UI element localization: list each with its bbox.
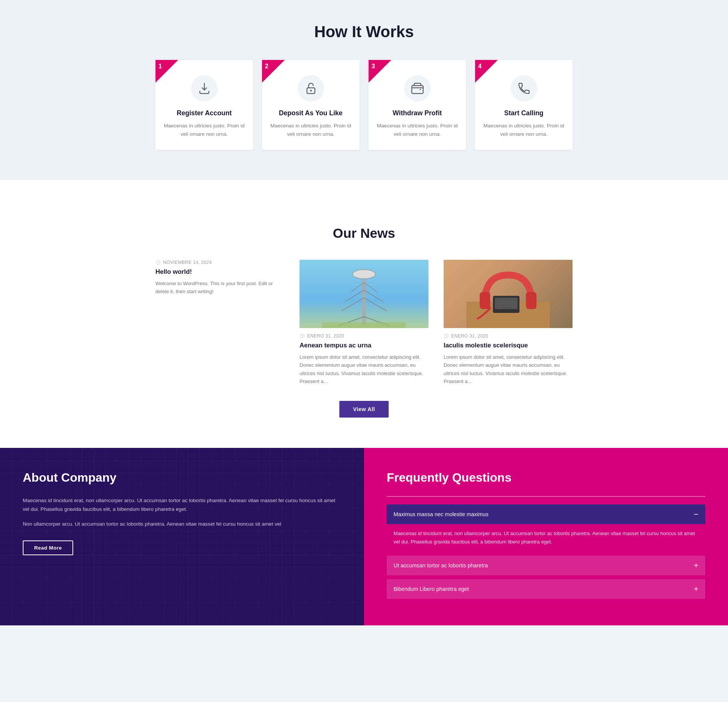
faq-title: Frequently Questions <box>387 471 705 485</box>
svg-line-11 <box>364 283 377 292</box>
about-company-panel: About Company Maecenas id tincidunt erat… <box>0 448 364 625</box>
faq-header-1[interactable]: Maximus massa nec molestie maximus − <box>387 504 705 524</box>
how-it-works-title: How It Works <box>38 23 690 41</box>
svg-rect-17 <box>480 292 490 309</box>
telecom-tower-svg <box>300 260 428 328</box>
read-more-button[interactable]: Read More <box>23 540 73 555</box>
how-it-works-section: How It Works 1 Register Account Maecenas… <box>0 0 728 180</box>
svg-line-10 <box>351 283 364 292</box>
news-date-3: ENERO 31, 2020 <box>444 333 573 339</box>
svg-point-1 <box>310 90 312 92</box>
step-icon-calling <box>511 75 537 102</box>
faq-divider <box>387 496 705 497</box>
clock-icon-1 <box>155 260 161 265</box>
view-all-button[interactable]: View All <box>339 401 389 418</box>
our-news-section: Our News NOVIEMBRE 14, 2024 Hello world!… <box>0 203 728 448</box>
svg-rect-14 <box>322 322 406 328</box>
svg-line-8 <box>341 298 364 311</box>
lock-open-icon <box>304 82 318 95</box>
step-desc-3: Maecenas in ultricies justo. Proin id ve… <box>376 122 458 138</box>
step-title-1: Register Account <box>163 109 245 117</box>
step-icon-deposit <box>298 75 324 102</box>
faq-question-3: Bibendum Libero pharetra eget <box>394 586 469 592</box>
section-divider <box>0 180 728 203</box>
clock-icon-3 <box>444 333 449 339</box>
about-company-title: About Company <box>23 471 341 485</box>
faq-toggle-2: + <box>694 561 698 570</box>
step-card-1: 1 Register Account Maecenas in ultricies… <box>155 60 253 150</box>
step-desc-2: Maecenas in ultricies justo. Proin id ve… <box>270 122 352 138</box>
news-card-2: ENERO 31, 2020 Aenean tempus ac urna Lor… <box>300 260 428 386</box>
news-excerpt-3: Lorem ipsum dolor sit amet, consectetur … <box>444 353 573 386</box>
step-desc-1: Maecenas in ultricies justo. Proin id ve… <box>163 122 245 138</box>
step-title-2: Deposit As You Like <box>270 109 352 117</box>
news-date-2: ENERO 31, 2020 <box>300 333 428 339</box>
faq-header-3[interactable]: Bibendum Libero pharetra eget + <box>387 579 705 599</box>
step-icon-register <box>191 75 218 102</box>
news-card-1: NOVIEMBRE 14, 2024 Hello world! Welcome … <box>155 260 284 386</box>
faq-toggle-1: − <box>694 510 698 519</box>
faq-answer-1: Maecenas id tincidunt erat, non ullamcor… <box>394 529 698 547</box>
faq-item-1: Maximus massa nec molestie maximus − Mae… <box>387 504 705 552</box>
news-image-headset <box>444 260 573 328</box>
bottom-split-section: About Company Maecenas id tincidunt erat… <box>0 448 728 625</box>
news-excerpt-2: Lorem ipsum dolor sit amet, consectetur … <box>300 353 428 386</box>
step-number-4: 4 <box>478 63 482 70</box>
svg-rect-18 <box>526 292 537 309</box>
step-number-2: 2 <box>265 63 268 70</box>
news-grid: NOVIEMBRE 14, 2024 Hello world! Welcome … <box>155 260 573 386</box>
step-title-3: Withdraw Profit <box>376 109 458 117</box>
steps-grid: 1 Register Account Maecenas in ultricies… <box>155 60 573 150</box>
step-card-4: 4 Start Calling Maecenas in ultricies ju… <box>475 60 573 150</box>
faq-question-2: Ut accumsan tortor ac lobortis pharetra <box>394 562 488 569</box>
news-excerpt-1: Welcome to WordPress. This is your first… <box>155 280 284 296</box>
step-number-1: 1 <box>158 63 162 70</box>
svg-rect-2 <box>412 86 423 94</box>
step-card-3: 3 Withdraw Profit Maecenas in ultricies … <box>369 60 466 150</box>
step-title-4: Start Calling <box>483 109 565 117</box>
step-card-2: 2 Deposit As You Like Maecenas in ultric… <box>262 60 359 150</box>
faq-panel: Frequently Questions Maximus massa nec m… <box>364 448 728 625</box>
step-desc-4: Maecenas in ultricies justo. Proin id ve… <box>483 122 565 138</box>
faq-toggle-3: + <box>694 584 698 594</box>
news-card-3: ENERO 31, 2020 Iaculis molestie sceleris… <box>444 260 573 386</box>
headset-svg <box>444 260 573 328</box>
faq-body-1: Maecenas id tincidunt erat, non ullamcor… <box>387 524 705 552</box>
svg-line-9 <box>364 298 387 311</box>
faq-question-1: Maximus massa nec molestie maximus <box>394 511 488 517</box>
news-date-1: NOVIEMBRE 14, 2024 <box>155 260 284 265</box>
news-image-telecom <box>300 260 428 328</box>
step-icon-withdraw <box>404 75 431 102</box>
wallet-icon <box>411 82 424 95</box>
clock-icon-2 <box>300 333 305 339</box>
faq-item-2: Ut accumsan tortor ac lobortis pharetra … <box>387 556 705 575</box>
download-icon <box>198 82 211 95</box>
about-company-para-2: Non ullamcorper arcu. Ut accumsan tortor… <box>23 520 341 528</box>
svg-point-5 <box>353 270 375 279</box>
svg-rect-20 <box>495 298 518 309</box>
phone-icon <box>517 82 531 95</box>
news-title-2: Aenean tempus ac urna <box>300 342 428 349</box>
faq-header-2[interactable]: Ut accumsan tortor ac lobortis pharetra … <box>387 556 705 575</box>
about-company-para-1: Maecenas id tincidunt erat, non ullamcor… <box>23 496 341 514</box>
step-number-3: 3 <box>372 63 375 70</box>
news-title-3: Iaculis molestie scelerisque <box>444 342 573 349</box>
our-news-title: Our News <box>38 226 690 241</box>
faq-item-3: Bibendum Libero pharetra eget + <box>387 579 705 599</box>
news-title-1: Hello world! <box>155 268 284 276</box>
